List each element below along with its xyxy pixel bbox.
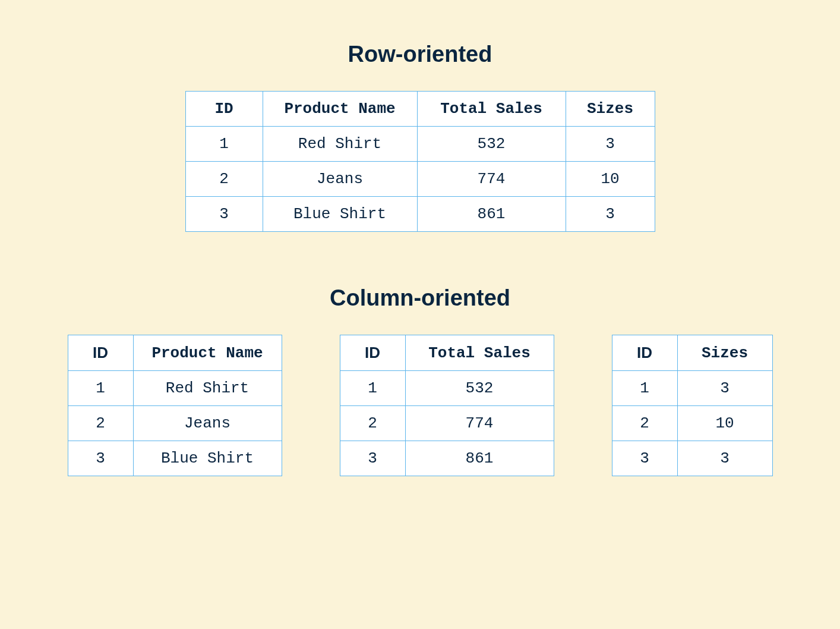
cell-value: Jeans	[133, 406, 282, 441]
cell-product-name: Blue Shirt	[263, 197, 417, 232]
col-header-sizes: Sizes	[566, 92, 655, 127]
cell-id: 2	[68, 406, 133, 441]
cell-id: 1	[612, 371, 677, 406]
row-oriented-section: Row-oriented ID Product Name Total Sales…	[48, 42, 792, 232]
table-row: 2 774	[340, 406, 554, 441]
row-section-title: Row-oriented	[48, 42, 792, 67]
col-header-id: ID	[185, 92, 263, 127]
cell-product-name: Jeans	[263, 162, 417, 197]
table-row: 3 861	[340, 441, 554, 476]
table-header-row: ID Product Name Total Sales Sizes	[185, 92, 655, 127]
cell-value: 774	[405, 406, 554, 441]
cell-sizes: 10	[566, 162, 655, 197]
cell-id: 3	[340, 441, 405, 476]
table-row: 1 Red Shirt 532 3	[185, 127, 655, 162]
table-header-row: ID Product Name	[68, 335, 282, 371]
table-row: 2 Jeans 774 10	[185, 162, 655, 197]
cell-total-sales: 861	[417, 197, 566, 232]
cell-total-sales: 532	[417, 127, 566, 162]
col-header-product-name: Product Name	[263, 92, 417, 127]
col-header-total-sales: Total Sales	[405, 335, 554, 371]
column-tables-container: ID Product Name 1 Red Shirt 2 Jeans 3 Bl…	[48, 335, 792, 476]
column-table-sizes: ID Sizes 1 3 2 10 3 3	[612, 335, 773, 476]
cell-id: 3	[185, 197, 263, 232]
cell-value: 10	[677, 406, 772, 441]
cell-value: Red Shirt	[133, 371, 282, 406]
table-header-row: ID Sizes	[612, 335, 772, 371]
cell-id: 1	[340, 371, 405, 406]
cell-value: 532	[405, 371, 554, 406]
col-header-id: ID	[612, 335, 677, 371]
cell-id: 2	[340, 406, 405, 441]
column-oriented-section: Column-oriented ID Product Name 1 Red Sh…	[48, 285, 792, 476]
col-header-sizes: Sizes	[677, 335, 772, 371]
cell-id: 2	[185, 162, 263, 197]
cell-id: 3	[68, 441, 133, 476]
col-header-product-name: Product Name	[133, 335, 282, 371]
table-row: 3 Blue Shirt	[68, 441, 282, 476]
cell-id: 3	[612, 441, 677, 476]
column-table-product-name: ID Product Name 1 Red Shirt 2 Jeans 3 Bl…	[68, 335, 282, 476]
row-oriented-table: ID Product Name Total Sales Sizes 1 Red …	[185, 91, 655, 232]
column-table-total-sales: ID Total Sales 1 532 2 774 3 861	[340, 335, 554, 476]
cell-total-sales: 774	[417, 162, 566, 197]
table-row: 1 3	[612, 371, 772, 406]
table-row: 2 10	[612, 406, 772, 441]
cell-value: Blue Shirt	[133, 441, 282, 476]
cell-value: 3	[677, 441, 772, 476]
cell-sizes: 3	[566, 127, 655, 162]
cell-sizes: 3	[566, 197, 655, 232]
table-row: 3 Blue Shirt 861 3	[185, 197, 655, 232]
table-row: 2 Jeans	[68, 406, 282, 441]
cell-id: 1	[185, 127, 263, 162]
column-section-title: Column-oriented	[48, 285, 792, 311]
cell-id: 2	[612, 406, 677, 441]
cell-value: 861	[405, 441, 554, 476]
col-header-total-sales: Total Sales	[417, 92, 566, 127]
cell-id: 1	[68, 371, 133, 406]
col-header-id: ID	[68, 335, 133, 371]
cell-product-name: Red Shirt	[263, 127, 417, 162]
cell-value: 3	[677, 371, 772, 406]
col-header-id: ID	[340, 335, 405, 371]
table-row: 1 532	[340, 371, 554, 406]
table-row: 3 3	[612, 441, 772, 476]
table-header-row: ID Total Sales	[340, 335, 554, 371]
table-row: 1 Red Shirt	[68, 371, 282, 406]
